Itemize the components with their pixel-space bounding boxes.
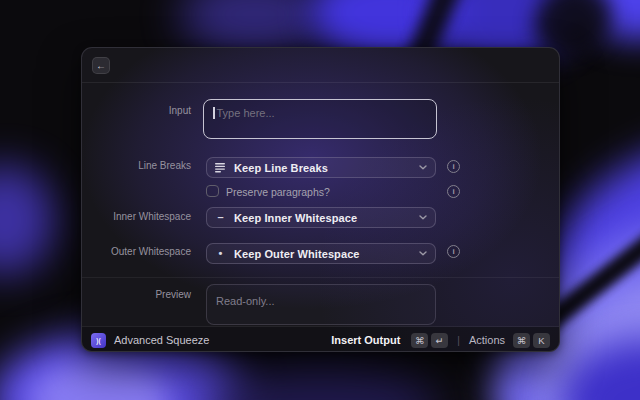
insert-output-label: Insert Output xyxy=(331,334,400,346)
bg-blob-left xyxy=(0,165,55,275)
back-arrow-icon: ← xyxy=(96,61,106,71)
app-name: Advanced Squeeze xyxy=(114,334,209,346)
chevron-down-icon xyxy=(419,215,427,220)
chevron-down-icon xyxy=(419,251,427,256)
back-button[interactable]: ← xyxy=(92,57,110,74)
actions-button[interactable]: Actions ⌘ K xyxy=(469,333,550,348)
outer-whitespace-label: Outer Whitespace xyxy=(82,246,191,258)
cmd-key-icon: ⌘ xyxy=(411,333,428,348)
advanced-squeeze-app-icon: )( xyxy=(91,333,106,348)
line-breaks-dropdown[interactable]: Keep Line Breaks xyxy=(206,157,436,178)
desktop-background: ← Input Type here... Line Breaks Keep Li… xyxy=(0,0,640,400)
preserve-paragraphs-checkbox[interactable] xyxy=(206,185,219,197)
inner-whitespace-value: Keep Inner Whitespace xyxy=(234,212,411,224)
line-breaks-info-icon[interactable]: i xyxy=(447,160,460,173)
chevron-down-icon xyxy=(419,165,427,170)
line-breaks-value: Keep Line Breaks xyxy=(234,162,411,174)
raycast-extension-window: ← Input Type here... Line Breaks Keep Li… xyxy=(81,47,560,352)
cmd-key-icon: ⌘ xyxy=(513,333,530,348)
line-breaks-icon xyxy=(215,163,226,173)
preserve-paragraphs-info-icon[interactable]: i xyxy=(447,185,460,198)
preview-label: Preview xyxy=(82,289,191,301)
action-bar-right: Insert Output ⌘ ↵ | Actions ⌘ K xyxy=(331,333,550,348)
window-header: ← xyxy=(82,48,559,83)
line-breaks-label: Line Breaks xyxy=(82,160,191,172)
k-key-icon: K xyxy=(533,333,550,348)
action-bar: )( Advanced Squeeze Insert Output ⌘ ↵ | … xyxy=(82,327,559,352)
return-key-icon: ↵ xyxy=(431,333,448,348)
outer-whitespace-dropdown[interactable]: • Keep Outer Whitespace xyxy=(206,243,436,264)
input-placeholder: Type here... xyxy=(217,107,275,119)
actions-label: Actions xyxy=(469,334,505,346)
text-cursor xyxy=(213,107,215,119)
dash-icon: – xyxy=(215,212,226,223)
inner-whitespace-dropdown[interactable]: – Keep Inner Whitespace xyxy=(206,207,436,228)
preview-placeholder: Read-only... xyxy=(216,295,275,307)
input-label: Input xyxy=(82,105,191,117)
preserve-paragraphs-label: Preserve paragraphs? xyxy=(226,186,330,198)
preview-field[interactable]: Read-only... xyxy=(206,284,436,325)
input-field[interactable]: Type here... xyxy=(203,99,437,139)
outer-whitespace-info-icon[interactable]: i xyxy=(447,245,460,258)
inner-whitespace-label: Inner Whitespace xyxy=(82,211,191,223)
bullet-icon: • xyxy=(215,248,226,259)
section-divider xyxy=(82,277,559,278)
footer-separator: | xyxy=(457,335,460,346)
insert-output-button[interactable]: Insert Output ⌘ ↵ xyxy=(331,333,448,348)
bg-blob-bottom-mid xyxy=(200,360,440,400)
outer-whitespace-value: Keep Outer Whitespace xyxy=(234,248,411,260)
